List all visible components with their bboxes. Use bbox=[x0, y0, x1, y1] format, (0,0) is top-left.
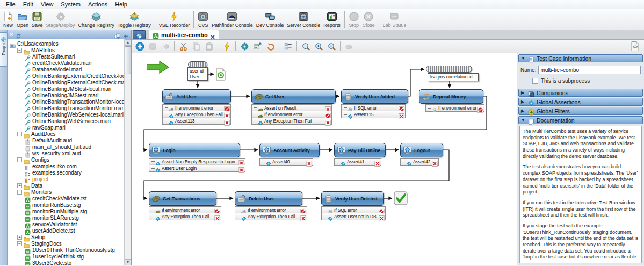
tree-dock-left-icon[interactable] bbox=[123, 32, 129, 38]
assertion-row[interactable]: Assert40 bbox=[260, 159, 313, 165]
tree-item-useradddelete-tst[interactable]: userAddDelete.tst bbox=[8, 227, 124, 234]
tree-item-onlinebankingtransactionmonitor-local-mari[interactable]: OnlineBankingTransactionMonitor-local.ma… bbox=[8, 98, 124, 105]
tree-item-onlinebankingjmstest-local-mari[interactable]: OnlineBankingJMStest-local.mari bbox=[8, 85, 124, 92]
lightning-button[interactable] bbox=[220, 40, 233, 52]
reports-button[interactable]: Reports bbox=[322, 10, 342, 29]
jms-correlation-dataset-label[interactable]: lisa.jms.correlation.id bbox=[428, 73, 479, 81]
zoom-out-button[interactable] bbox=[325, 40, 338, 52]
step-add-user[interactable]: Add User bbox=[162, 89, 231, 104]
tree-item-c-lisa-examples[interactable]: C:\Lisa\examples bbox=[8, 40, 124, 47]
tree-item-creditcheckvalidate-tst[interactable]: creditCheckValidate.tst bbox=[8, 195, 124, 202]
section-test-case-information[interactable]: Test Case Information bbox=[518, 54, 643, 62]
server-console-button[interactable]: Server Console bbox=[285, 10, 322, 29]
section-documentation[interactable]: Documentation bbox=[518, 116, 643, 124]
assertion-row[interactable]: Any Exception Then Fail bbox=[235, 213, 307, 220]
tree-item-onlinebankingjmstest-mari[interactable]: OnlineBankingJMStest.mari bbox=[8, 92, 124, 98]
tree-item-examples-itko-com[interactable]: examples.itko.com bbox=[8, 163, 124, 169]
test-name-input[interactable] bbox=[538, 66, 641, 74]
step-verify-user-deleted[interactable]: Verify User Deleted bbox=[321, 191, 384, 206]
tree-item-setup[interactable]: +Setup bbox=[8, 234, 124, 240]
save-button[interactable]: Save bbox=[30, 10, 45, 29]
step-verify-user-added[interactable]: Verify User Added bbox=[341, 89, 408, 104]
tab-multi-tier-combo[interactable]: multi-tier-combo bbox=[149, 30, 219, 39]
user-dataset-label[interactable]: user-idUser bbox=[187, 67, 208, 81]
tree-refresh-icon[interactable] bbox=[16, 32, 21, 38]
zoom-button[interactable] bbox=[299, 40, 312, 52]
step-get-transactions[interactable]: Get Transactions bbox=[149, 191, 216, 206]
step-login[interactable]: Login bbox=[149, 143, 240, 157]
zoom-in-button[interactable] bbox=[312, 40, 325, 52]
pathfinder-console-button[interactable]: Pathfinder Console bbox=[210, 10, 255, 29]
tree-item-auditdocs[interactable]: −AuditDocs bbox=[8, 131, 124, 137]
subprocess-checkbox[interactable] bbox=[532, 78, 538, 84]
tree-item-1user1cycle0think-stg[interactable]: 1user1cycle0think.stg bbox=[8, 253, 124, 260]
step-logout[interactable]: Logout bbox=[400, 143, 443, 157]
tree-item-data[interactable]: +Data bbox=[8, 182, 124, 189]
tree-item-onlinebankingwebservices-local-mari[interactable]: OnlineBankingWebServices-local.mari bbox=[8, 111, 124, 118]
xml-view-button[interactable]: <> bbox=[629, 41, 640, 52]
vse-recorder-button[interactable]: VSE Recorder bbox=[157, 10, 192, 29]
tree-item-alltestssuite-mari[interactable]: AllTestsSuite.mari bbox=[8, 53, 124, 60]
collapse-toggle-icon[interactable]: − bbox=[17, 48, 22, 53]
assertion-row[interactable]: Assert115 bbox=[342, 111, 405, 118]
project-vertical-tab[interactable]: Project bbox=[0, 32, 8, 67]
documentation-text[interactable]: The MultiTierCombo test uses a variety o… bbox=[519, 126, 642, 263]
assertion-row[interactable]: Assert User not in DB bbox=[322, 213, 385, 220]
gear-button[interactable] bbox=[238, 40, 251, 52]
assertion-row[interactable]: Assert User Login bbox=[149, 165, 245, 171]
expand-toggle-icon[interactable]: + bbox=[17, 235, 22, 240]
collapse-toggle-icon[interactable]: − bbox=[17, 132, 22, 136]
assertion-row[interactable]: Assert Non Empty Response to Login bbox=[149, 159, 245, 165]
menu-file[interactable]: File bbox=[2, 1, 19, 8]
assertion-row[interactable]: If SQL error bbox=[322, 207, 385, 213]
jms-correlation-dataset-coil-icon[interactable] bbox=[426, 66, 472, 73]
tree-item-examples-secondary[interactable]: examples.secondary bbox=[8, 169, 124, 176]
tree-item-onlinebankingtransactionmonitor-mari[interactable]: OnlineBankingTransactionMonitor.mari bbox=[8, 105, 124, 111]
export-window-button[interactable] bbox=[251, 40, 264, 52]
tree-close-icon[interactable]: × bbox=[10, 32, 13, 37]
tree-item-ws-security-xml-aud[interactable]: ws_security-xml.aud bbox=[8, 150, 124, 156]
step-deposit-money[interactable]: Deposit Money bbox=[419, 89, 483, 104]
tree-item-databasemodel-mari[interactable]: DatabaseModel.mari bbox=[8, 66, 124, 73]
collapse-toggle-icon[interactable]: − bbox=[17, 190, 22, 195]
section-global-filters[interactable]: Global Filters bbox=[518, 107, 643, 115]
assertion-row[interactable]: If environment error bbox=[252, 111, 331, 118]
revert-button[interactable] bbox=[264, 40, 277, 52]
cut-button[interactable] bbox=[177, 40, 190, 52]
menu-edit[interactable]: Edit bbox=[19, 1, 37, 8]
tree-item-configs[interactable]: −Configs bbox=[8, 156, 124, 163]
tree-item-onlinebankingwebservices-mari[interactable]: OnlineBankingWebServices.mari bbox=[8, 118, 124, 124]
scroll-up-icon[interactable]: ▲ bbox=[125, 39, 131, 46]
add-circle-button[interactable] bbox=[133, 40, 146, 52]
menu-system[interactable]: System bbox=[57, 1, 84, 8]
menu-help[interactable]: Help bbox=[111, 1, 131, 8]
tree-scrollbar[interactable]: ▲ ▼ bbox=[124, 39, 131, 265]
step-pay-bill-online[interactable]: Pay Bill Online bbox=[334, 143, 386, 157]
assertion-row[interactable]: Any Exception Then Fail bbox=[252, 118, 331, 124]
assertion-row[interactable]: Assert41 bbox=[335, 159, 381, 165]
assertion-row[interactable]: If environment error bbox=[149, 207, 221, 213]
scrollbar-thumb[interactable] bbox=[125, 46, 131, 74]
workflow-canvas[interactable]: user-idUserlisa.jms.correlation.idAdd Us… bbox=[132, 53, 517, 265]
step-account-activity[interactable]: Account Activity bbox=[259, 143, 320, 157]
tree-detach-icon[interactable] bbox=[114, 32, 120, 38]
open-button[interactable]: Open bbox=[15, 10, 30, 29]
end-success-icon[interactable] bbox=[394, 191, 408, 205]
assertion-row[interactable]: If SQL error bbox=[342, 105, 405, 111]
dev-console-button[interactable]: Dev Console bbox=[255, 10, 286, 29]
tree-item-stagingdocs[interactable]: −StagingDocs bbox=[8, 240, 124, 247]
assertion-row[interactable]: If environment error bbox=[235, 207, 307, 213]
tree-item-servicevalidator-tst[interactable]: serviceValidator.tst bbox=[8, 221, 124, 227]
menu-view[interactable]: View bbox=[37, 1, 57, 8]
properties-list-button[interactable] bbox=[281, 40, 294, 52]
tree-item-1user0think-runcontinuously-stg[interactable]: 1User0Think_RunContinuously.stg bbox=[8, 247, 124, 253]
record-doc-icon[interactable] bbox=[215, 68, 226, 81]
assertion-row[interactable]: Assert113 bbox=[163, 118, 230, 124]
section-companions[interactable]: Companions bbox=[518, 89, 643, 97]
tree-item-marinfos[interactable]: −MARInfos bbox=[8, 47, 124, 53]
step-delete-user[interactable]: Delete User bbox=[235, 191, 302, 206]
change-registry-button[interactable]: Change Registry bbox=[77, 10, 116, 29]
assertion-row[interactable]: Any Exception Then Fail bbox=[149, 213, 221, 220]
assertion-row[interactable]: If environment error bbox=[426, 105, 484, 111]
tab-close-icon[interactable] bbox=[210, 32, 215, 38]
